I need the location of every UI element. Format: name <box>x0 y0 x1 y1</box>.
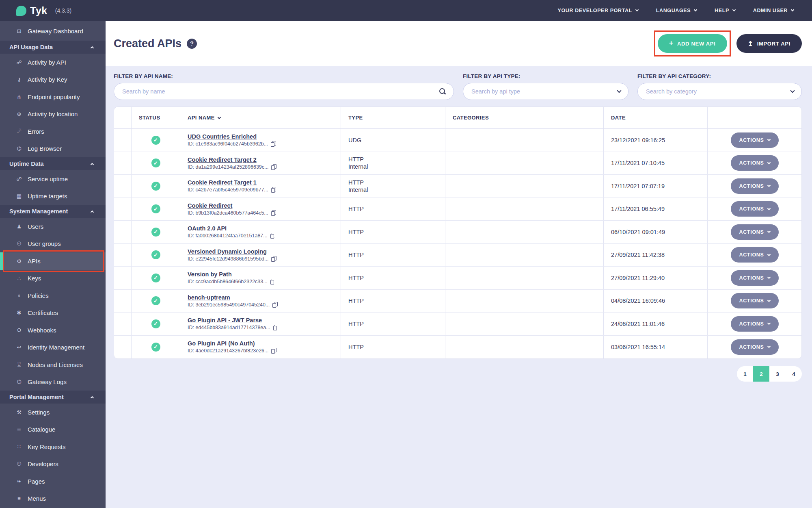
sidebar-section-system-management[interactable]: System Management <box>0 205 106 218</box>
sidebar-section-uptime-data[interactable]: Uptime Data <box>0 157 106 170</box>
pagination-page-4[interactable]: 4 <box>786 366 802 382</box>
sidebar-item-menus[interactable]: ≡Menus <box>0 490 106 508</box>
api-name-link[interactable]: Cookie Redirect <box>188 202 232 209</box>
copy-icon[interactable] <box>272 302 278 308</box>
sidebar-item-policies[interactable]: ♆Policies <box>0 287 106 304</box>
sidebar-item-pages[interactable]: ❧Pages <box>0 473 106 490</box>
sidebar-item-activity-by-api[interactable]: ☍Activity by API <box>0 54 106 71</box>
api-name-link[interactable]: bench-uptream <box>188 294 230 301</box>
pagination-page-3[interactable]: 3 <box>769 366 786 382</box>
topbar-menu-label: HELP <box>715 8 729 13</box>
sidebar-item-uptime-targets[interactable]: ▦Uptime targets <box>0 188 106 205</box>
actions-button[interactable]: ACTIONS <box>731 270 779 286</box>
sidebar-item-endpoint-popularity[interactable]: ⋔Endpoint popularity <box>0 88 106 106</box>
pagination-page-2[interactable]: 2 <box>753 366 769 382</box>
copy-icon[interactable] <box>270 233 276 239</box>
filter-category-select[interactable]: Search by category <box>637 83 802 100</box>
sidebar-section-portal-management[interactable]: Portal Management <box>0 391 106 404</box>
sidebar-item-keys[interactable]: ∴Keys <box>0 270 106 287</box>
check-icon: ✓ <box>153 275 158 281</box>
copy-icon[interactable] <box>271 256 276 262</box>
sidebar-item-service-uptime[interactable]: ☍Service uptime <box>0 170 106 188</box>
sidebar-sections: API Usage Data☍Activity by API⚷Activity … <box>0 41 106 507</box>
sidebar-item-label: Keys <box>28 275 41 282</box>
actions-button[interactable]: ACTIONS <box>731 316 779 332</box>
sidebar-item-developers[interactable]: ⚇Developers <box>0 456 106 473</box>
chevron-down-icon <box>790 88 795 93</box>
copy-icon[interactable] <box>271 141 276 147</box>
actions-button[interactable]: ACTIONS <box>731 178 779 194</box>
actions-button[interactable]: ACTIONS <box>731 201 779 217</box>
filter-name-field[interactable] <box>114 83 454 100</box>
sidebar-item-gateway-logs[interactable]: ⌬Gateway Logs <box>0 373 106 391</box>
sidebar-section-api-usage-data[interactable]: API Usage Data <box>0 41 106 54</box>
actions-button[interactable]: ACTIONS <box>731 293 779 308</box>
import-api-button[interactable]: ↥ IMPORT API <box>736 34 802 53</box>
api-name-link[interactable]: Go Plugin API (No Auth) <box>188 340 255 347</box>
sidebar-item-catalogue[interactable]: ≣Catalogue <box>0 421 106 439</box>
sidebar-item-gateway-dashboard[interactable]: ⊡ Gateway Dashboard <box>0 21 106 41</box>
actions-button[interactable]: ACTIONS <box>731 132 779 148</box>
topbar-menu-help[interactable]: HELP <box>715 8 735 13</box>
api-name-link[interactable]: Version by Path <box>188 271 232 278</box>
sidebar-item-settings[interactable]: ⚒Settings <box>0 404 106 421</box>
topbar-menu-your-developer-portal[interactable]: YOUR DEVELOPER PORTAL <box>558 8 638 13</box>
sidebar-item-label: Gateway Logs <box>28 378 67 385</box>
api-name-link[interactable]: Versioned Dynamic Looping <box>188 248 267 255</box>
actions-button[interactable]: ACTIONS <box>731 247 779 263</box>
topbar-menu-admin-user[interactable]: ADMIN USER <box>753 8 794 13</box>
api-type: HTTP <box>348 321 364 327</box>
sidebar-item-user-groups[interactable]: ⚇User groups <box>0 235 106 253</box>
sidebar-item-users[interactable]: ♟Users <box>0 218 106 235</box>
sidebar-item-label: Catalogue <box>28 426 55 433</box>
add-new-api-button[interactable]: + ADD NEW API <box>658 34 727 53</box>
search-by-name-input[interactable] <box>122 88 439 95</box>
row-actions-cell: ACTIONS <box>708 152 801 175</box>
actions-button[interactable]: ACTIONS <box>731 155 779 171</box>
tyk-logo[interactable]: Tyk (4.3.3) <box>16 5 71 17</box>
row-categories-cell <box>445 129 604 152</box>
sidebar-item-identity-management[interactable]: ↩Identity Management <box>0 339 106 356</box>
sidebar-item-webhooks[interactable]: ΩWebhooks <box>0 321 106 339</box>
api-name-link[interactable]: Cookie Redirect Target 1 <box>188 179 257 186</box>
actions-button[interactable]: ACTIONS <box>731 339 779 355</box>
search-icon <box>439 88 446 95</box>
row-type-cell: HTTP <box>341 336 445 359</box>
api-name-link[interactable]: UDG Countries Enriched <box>188 133 257 140</box>
filter-type-select[interactable]: Search by api type <box>463 83 628 100</box>
api-id-row: ID: da1a299e14234af252896639c... <box>188 164 276 170</box>
sidebar-item-log-browser[interactable]: ⌬Log Browser <box>0 140 106 158</box>
column-header-api-name[interactable]: API NAME <box>180 107 341 128</box>
api-date: 17/11/2021 07:10:45 <box>611 160 665 166</box>
api-name-link[interactable]: Cookie Redirect Target 2 <box>188 156 257 163</box>
help-icon[interactable]: ? <box>187 39 197 49</box>
header-actions-column <box>708 107 801 128</box>
copy-icon[interactable] <box>273 325 279 330</box>
copy-icon[interactable] <box>271 164 276 170</box>
sidebar-section-label: Uptime Data <box>9 161 44 167</box>
topbar-menu-languages[interactable]: LANGUAGES <box>656 8 697 13</box>
copy-icon[interactable] <box>271 187 276 193</box>
copy-icon[interactable] <box>270 279 276 284</box>
copy-icon[interactable] <box>271 210 276 216</box>
row-select-cell <box>114 313 132 335</box>
sidebar-item-label: Activity by Key <box>28 76 67 83</box>
api-name-link[interactable]: Go Plugin API - JWT Parse <box>188 317 262 323</box>
tyk-leaf-icon <box>16 6 26 16</box>
api-name-link[interactable]: OAuth 2.0 API <box>188 225 227 232</box>
chevron-down-icon <box>767 321 770 325</box>
sidebar-item-nodes-and-licenses[interactable]: ♖Nodes and Licenses <box>0 356 106 373</box>
actions-button[interactable]: ACTIONS <box>731 224 779 240</box>
sidebar-item-key-requests[interactable]: ∷Key Requests <box>0 438 106 456</box>
pagination-page-1[interactable]: 1 <box>737 366 753 382</box>
sidebar-item-activity-by-key[interactable]: ⚷Activity by Key <box>0 71 106 89</box>
copy-icon[interactable] <box>271 348 276 354</box>
status-active-icon: ✓ <box>151 319 160 328</box>
sidebar-item-certificates[interactable]: ✱Certificates <box>0 304 106 322</box>
sidebar-item-activity-by-location[interactable]: ⊕Activity by location <box>0 106 106 123</box>
filters-bar: FILTER BY API NAME: FILTER BY API TYPE: … <box>106 66 812 100</box>
sidebar-item-apis[interactable]: ⚙APIs <box>0 252 106 270</box>
api-date: 24/06/2021 11:01:46 <box>611 321 665 327</box>
actions-label: ACTIONS <box>739 321 764 327</box>
sidebar-item-errors[interactable]: ☄Errors <box>0 123 106 140</box>
